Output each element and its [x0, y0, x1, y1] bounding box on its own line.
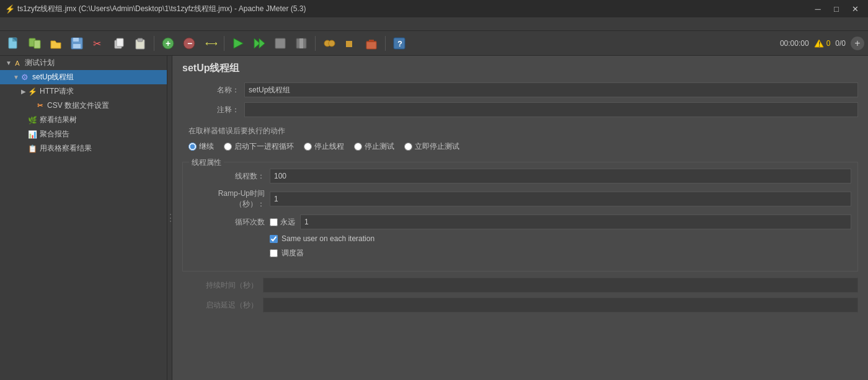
startup-delay-input[interactable] [263, 298, 858, 312]
expand-arrow-setup: ▼ [12, 74, 20, 81]
minimize-button[interactable]: ─ [810, 2, 826, 15]
test-plan-label: 测试计划 [25, 58, 55, 68]
comment-input[interactable] [244, 102, 858, 117]
name-input[interactable] [244, 82, 858, 97]
sidebar-item-summary-report[interactable]: ▶ 📊 聚合报告 [0, 127, 167, 141]
svg-rect-27 [366, 42, 376, 49]
setup-thread-group-label: setUp线程组 [32, 72, 74, 82]
start-no-pauses-button[interactable] [249, 33, 269, 53]
radio-stop-thread-label: 停止线程 [314, 141, 344, 152]
expand-arrow-test-plan: ▼ [5, 60, 12, 66]
startup-delay-label: 启动延迟（秒） [182, 300, 263, 311]
view-results-table-label: 用表格察看结果 [40, 143, 92, 154]
svg-text:?: ? [397, 39, 402, 48]
name-row: 名称： [182, 82, 858, 97]
stop-button[interactable] [270, 33, 290, 53]
name-label: 名称： [182, 85, 244, 95]
radio-stop-test-label: 停止测试 [365, 141, 394, 152]
clear-all-button[interactable] [361, 33, 381, 53]
help-button[interactable]: ? [389, 33, 409, 53]
sidebar-resize-handle[interactable]: ⋮ [167, 56, 172, 380]
duration-input[interactable] [263, 278, 858, 293]
close-button[interactable]: ✕ [847, 2, 863, 15]
add-button[interactable]: + [158, 33, 178, 53]
shutdown-button[interactable] [291, 33, 311, 53]
remote-start-button[interactable] [319, 33, 339, 53]
expand-button[interactable]: ⟷ [200, 33, 220, 53]
paste-button[interactable] [130, 33, 150, 53]
svg-rect-10 [117, 38, 123, 46]
rampup-label: Ramp-Up时间（秒）： [189, 188, 270, 210]
summary-report-label: 聚合报告 [40, 129, 69, 139]
toolbar-separator-4 [385, 36, 386, 51]
thread-count-label: 线程数： [189, 171, 270, 182]
svg-rect-6 [73, 38, 79, 42]
sidebar-item-http-request[interactable]: ▶ ⚡ HTTP请求 [0, 84, 167, 99]
test-plan-icon: A [12, 58, 22, 68]
thread-count-input[interactable] [270, 169, 851, 183]
add-remote-button[interactable]: + [851, 37, 864, 50]
maximize-button[interactable]: □ [828, 2, 844, 15]
radio-stop-test-now[interactable]: 立即停止测试 [404, 141, 459, 152]
sidebar-item-view-results-tree[interactable]: ▶ 🌿 察看结果树 [0, 113, 167, 127]
radio-stop-test[interactable]: 停止测试 [354, 141, 394, 152]
save-button[interactable] [67, 33, 87, 53]
templates-button[interactable] [25, 33, 45, 53]
csv-config-label: CSV 数据文件设置 [47, 100, 109, 111]
same-user-row: Same user on each iteration [189, 234, 851, 243]
svg-text:✂: ✂ [93, 38, 101, 49]
sidebar-item-view-results-table[interactable]: ▶ 📋 用表格察看结果 [0, 141, 167, 156]
rampup-input[interactable] [270, 192, 851, 206]
main-area: ▼ A 测试计划 ▼ ⚙ setUp线程组 ▶ ⚡ HTTP请求 ▶ ✂ CSV… [0, 56, 868, 380]
panel-title: setUp线程组 [182, 62, 858, 75]
radio-start-next-input[interactable] [224, 143, 232, 151]
new-button[interactable] [4, 33, 24, 53]
start-button[interactable] [228, 33, 248, 53]
svg-text:!: ! [818, 41, 820, 48]
rampup-row: Ramp-Up时间（秒）： [189, 188, 851, 210]
same-user-checkbox[interactable] [270, 235, 278, 243]
loop-count-input[interactable] [300, 214, 851, 229]
duration-label: 持续时间（秒） [182, 280, 263, 291]
comment-label: 注释： [182, 105, 244, 115]
loop-forever-label[interactable]: 永远 [270, 217, 295, 228]
same-user-label: Same user on each iteration [281, 234, 374, 243]
open-button[interactable] [46, 33, 66, 53]
copy-button[interactable] [109, 33, 129, 53]
svg-text:−: − [187, 38, 192, 48]
errors-display: 0/0 [835, 39, 846, 48]
remote-stop-button[interactable]: ⏹ [340, 33, 360, 53]
radio-start-next[interactable]: 启动下一进程循环 [224, 141, 294, 152]
cut-button[interactable]: ✂ [88, 33, 108, 53]
loop-forever-checkbox[interactable] [270, 218, 278, 226]
radio-stop-test-input[interactable] [354, 143, 362, 151]
thread-properties-section: 线程属性 线程数： Ramp-Up时间（秒）： 循环次数 永远 [182, 162, 858, 272]
comment-row: 注释： [182, 102, 858, 117]
radio-stop-test-now-label: 立即停止测试 [415, 141, 459, 152]
radio-stop-test-now-input[interactable] [404, 143, 412, 151]
radio-continue[interactable]: 继续 [188, 141, 214, 152]
toolbar: ✂ + − ⟷ ⏹ ? [0, 31, 868, 56]
remove-button[interactable]: − [179, 33, 199, 53]
radio-stop-thread-input[interactable] [304, 143, 312, 151]
error-actions-section: 在取样器错误后要执行的动作 继续 启动下一进程循环 停止线程 停止测试 [182, 122, 858, 156]
sidebar-item-setup-thread-group[interactable]: ▼ ⚙ setUp线程组 [0, 70, 167, 84]
summary-report-icon: 📊 [27, 130, 37, 139]
svg-rect-23 [299, 38, 303, 48]
toolbar-separator-1 [154, 36, 154, 51]
scheduler-checkbox[interactable] [270, 249, 278, 257]
results-tree-icon: 🌿 [27, 115, 37, 125]
app-icon: ⚡ [5, 4, 14, 13]
warnings-display: ! 0 [814, 39, 831, 48]
sidebar-item-test-plan[interactable]: ▼ A 测试计划 [0, 56, 167, 70]
timer-display: 00:00:00 [780, 39, 809, 48]
sidebar-item-csv-config[interactable]: ▶ ✂ CSV 数据文件设置 [0, 99, 167, 113]
radio-stop-thread[interactable]: 停止线程 [304, 141, 344, 152]
gear-icon: ⚙ [20, 73, 30, 82]
radio-continue-input[interactable] [188, 143, 197, 151]
results-table-icon: 📋 [27, 144, 37, 154]
thread-props-title: 线程属性 [189, 157, 224, 168]
svg-rect-7 [73, 44, 81, 48]
view-results-tree-label: 察看结果树 [40, 115, 77, 125]
toolbar-separator-3 [315, 36, 316, 51]
